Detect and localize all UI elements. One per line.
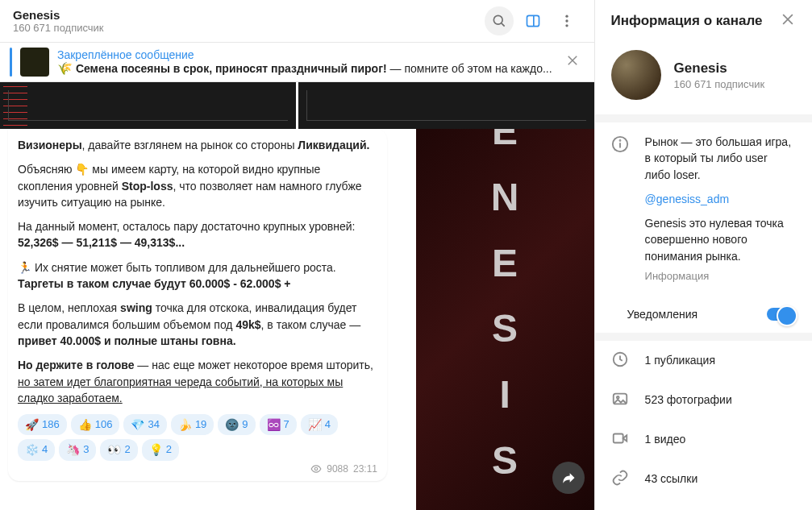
bio-meta: Информация (645, 269, 796, 284)
bio-line-1: Рынок — это большая игра, в который ты л… (645, 134, 796, 183)
svg-rect-18 (613, 433, 623, 442)
svg-point-6 (565, 24, 568, 27)
chat-content: ENESIS Визионеры, давайте взглянем на ры… (0, 82, 594, 510)
message-paragraph: Визионеры, давайте взглянем на рынок со … (18, 137, 377, 153)
stat-publications[interactable]: 1 публикация (595, 341, 812, 380)
message-paragraph: В целом, неплохая swing точка для отскок… (18, 300, 377, 349)
info-bio-row: Рынок — это большая игра, в который ты л… (595, 122, 812, 296)
search-icon (491, 13, 507, 29)
reaction-button[interactable]: 💎34 (123, 414, 166, 435)
clock-icon (611, 350, 629, 368)
reaction-button[interactable]: 📈4 (301, 414, 338, 435)
stat-photos[interactable]: 523 фотографии (595, 380, 812, 420)
notifications-toggle[interactable] (767, 308, 796, 321)
link-icon (611, 469, 629, 487)
reaction-button[interactable]: 🍌19 (171, 414, 214, 435)
reaction-button[interactable]: 👍106 (71, 414, 120, 435)
pinned-body: 🌾 Семена посеяны в срок, приносят праздн… (57, 61, 552, 76)
message-attachments[interactable] (0, 82, 594, 129)
svg-point-0 (493, 15, 502, 24)
views-count: 9088 (327, 462, 348, 476)
pinned-title: Закреплённое сообщение (57, 48, 552, 61)
pinned-thumbnail (20, 48, 49, 77)
chart-image-1[interactable] (0, 82, 296, 129)
reaction-button[interactable]: ♾️7 (260, 414, 297, 435)
svg-point-5 (565, 19, 568, 22)
close-icon (565, 53, 580, 68)
svg-point-4 (565, 15, 568, 18)
notifications-label: Уведомления (627, 308, 751, 321)
chat-subscribers: 160 671 подписчик (13, 22, 485, 34)
pinned-close-button[interactable] (560, 48, 585, 77)
message-meta: 9088 23:11 (18, 462, 377, 476)
info-panel: Информация о канале Genesis 160 671 подп… (594, 0, 812, 510)
views-icon (310, 463, 322, 475)
profile-name: Genesis (674, 60, 765, 77)
search-button[interactable] (485, 6, 514, 35)
reaction-button[interactable]: 🌚9 (218, 414, 255, 435)
image-icon (611, 390, 629, 408)
sidebar-toggle-button[interactable] (518, 6, 548, 35)
more-button[interactable] (552, 6, 581, 35)
svg-point-17 (616, 396, 618, 399)
svg-point-9 (315, 468, 319, 471)
reaction-button[interactable]: 🦄3 (59, 439, 96, 460)
panel-icon (525, 13, 541, 29)
chat-title: Genesis (13, 8, 485, 22)
stat-video[interactable]: 1 видео (595, 420, 812, 459)
chart-image-2[interactable] (298, 82, 594, 129)
stat-links[interactable]: 43 ссылки (595, 459, 812, 499)
chat-header: Genesis 160 671 подписчик (0, 0, 594, 43)
message-paragraph: Но держите в голове — нас еще может неко… (18, 357, 377, 406)
svg-point-14 (619, 140, 620, 141)
profile-block[interactable]: Genesis 160 671 подписчик (595, 42, 812, 114)
reaction-button[interactable]: 🚀186 (18, 414, 67, 435)
bio-line-2: Genesis это нулевая точка совершенно нов… (645, 215, 796, 264)
message-paragraph: На данный момент, осталось пару достаточ… (18, 218, 377, 251)
video-icon (611, 429, 629, 447)
profile-subscribers: 160 671 подписчик (674, 78, 765, 90)
message-bubble[interactable]: Визионеры, давайте взглянем на рынок со … (8, 129, 387, 481)
more-vertical-icon (559, 13, 575, 29)
svg-line-1 (502, 23, 505, 27)
reaction-button[interactable]: ❄️4 (18, 439, 55, 460)
info-close-button[interactable] (780, 11, 796, 31)
pinned-indicator (10, 48, 12, 77)
notifications-row[interactable]: Уведомления (595, 296, 812, 333)
message-paragraph: 🏃 Их снятие может быть топливом для даль… (18, 259, 377, 292)
reactions-bar: 🚀186👍106💎34🍌19🌚9♾️7📈4❄️4🦄3👀2💡2 (18, 414, 377, 461)
avatar[interactable] (611, 50, 661, 100)
admin-link[interactable]: @genesiss_adm (645, 191, 796, 207)
chat-header-info[interactable]: Genesis 160 671 подписчик (13, 8, 485, 34)
message-time: 23:11 (353, 462, 377, 476)
reaction-button[interactable]: 👀2 (100, 439, 137, 460)
close-icon (780, 11, 796, 27)
info-icon (611, 135, 629, 153)
pinned-message[interactable]: Закреплённое сообщение 🌾 Семена посеяны … (0, 43, 594, 82)
info-panel-title: Информация о канале (611, 13, 763, 29)
message-paragraph: Объясняю 👇 мы имеем карту, на которой ви… (18, 161, 377, 210)
reaction-button[interactable]: 💡2 (142, 439, 179, 460)
